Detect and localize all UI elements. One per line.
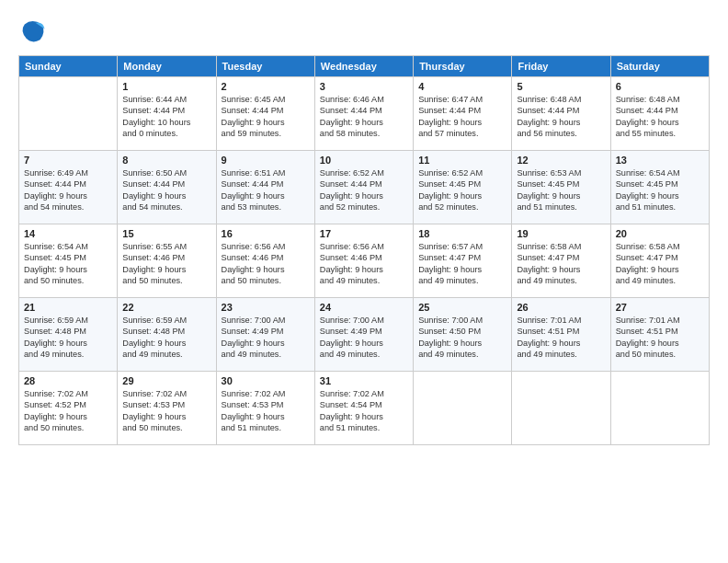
week-row-2: 14Sunrise: 6:54 AMSunset: 4:45 PMDayligh… <box>19 224 710 298</box>
day-number: 27 <box>616 302 704 313</box>
day-info: Sunrise: 6:44 AMSunset: 4:44 PMDaylight:… <box>122 94 210 140</box>
day-number: 4 <box>418 81 506 92</box>
day-number: 13 <box>616 155 704 166</box>
day-info: Sunrise: 6:45 AMSunset: 4:44 PMDaylight:… <box>222 94 310 140</box>
week-row-3: 21Sunrise: 6:59 AMSunset: 4:48 PMDayligh… <box>19 298 710 372</box>
day-number: 24 <box>320 302 408 313</box>
day-number: 14 <box>24 228 112 239</box>
calendar-cell: 9Sunrise: 6:51 AMSunset: 4:44 PMDaylight… <box>216 151 314 224</box>
day-number: 6 <box>616 81 704 92</box>
day-info: Sunrise: 6:47 AMSunset: 4:44 PMDaylight:… <box>418 94 506 140</box>
day-number: 1 <box>122 81 210 92</box>
day-number: 15 <box>122 228 210 239</box>
logo <box>18 17 51 46</box>
calendar-cell: 30Sunrise: 7:02 AMSunset: 4:53 PMDayligh… <box>216 372 314 445</box>
calendar-cell: 22Sunrise: 6:59 AMSunset: 4:48 PMDayligh… <box>118 298 216 372</box>
day-header-sunday: Sunday <box>19 56 118 77</box>
calendar-cell <box>610 372 709 445</box>
day-header-friday: Friday <box>512 56 610 77</box>
day-info: Sunrise: 6:59 AMSunset: 4:48 PMDaylight:… <box>122 315 210 361</box>
calendar-cell: 26Sunrise: 7:01 AMSunset: 4:51 PMDayligh… <box>512 298 610 372</box>
day-info: Sunrise: 7:01 AMSunset: 4:51 PMDaylight:… <box>616 315 704 361</box>
day-info: Sunrise: 7:00 AMSunset: 4:50 PMDaylight:… <box>418 315 506 361</box>
day-info: Sunrise: 7:02 AMSunset: 4:54 PMDaylight:… <box>320 388 408 434</box>
calendar-cell: 19Sunrise: 6:58 AMSunset: 4:47 PMDayligh… <box>512 224 610 298</box>
day-info: Sunrise: 6:46 AMSunset: 4:44 PMDaylight:… <box>320 94 408 140</box>
calendar-cell: 7Sunrise: 6:49 AMSunset: 4:44 PMDaylight… <box>19 151 118 224</box>
calendar-cell: 23Sunrise: 7:00 AMSunset: 4:49 PMDayligh… <box>216 298 314 372</box>
day-info: Sunrise: 6:48 AMSunset: 4:44 PMDaylight:… <box>616 94 704 140</box>
day-number: 16 <box>222 228 310 239</box>
day-info: Sunrise: 6:57 AMSunset: 4:47 PMDaylight:… <box>418 241 506 287</box>
calendar-cell: 6Sunrise: 6:48 AMSunset: 4:44 PMDaylight… <box>610 77 709 151</box>
calendar-cell <box>19 77 118 151</box>
day-info: Sunrise: 6:50 AMSunset: 4:44 PMDaylight:… <box>122 167 210 213</box>
calendar-cell: 20Sunrise: 6:58 AMSunset: 4:47 PMDayligh… <box>610 224 709 298</box>
calendar-cell: 5Sunrise: 6:48 AMSunset: 4:44 PMDaylight… <box>512 77 610 151</box>
logo-icon <box>18 17 48 46</box>
day-number: 17 <box>320 228 408 239</box>
calendar-cell: 18Sunrise: 6:57 AMSunset: 4:47 PMDayligh… <box>414 224 512 298</box>
calendar-cell: 2Sunrise: 6:45 AMSunset: 4:44 PMDaylight… <box>216 77 314 151</box>
day-number: 22 <box>122 302 210 313</box>
day-number: 25 <box>418 302 506 313</box>
calendar-cell: 31Sunrise: 7:02 AMSunset: 4:54 PMDayligh… <box>314 372 413 445</box>
day-info: Sunrise: 6:53 AMSunset: 4:45 PMDaylight:… <box>517 167 605 213</box>
day-info: Sunrise: 6:48 AMSunset: 4:44 PMDaylight:… <box>517 94 605 140</box>
day-number: 30 <box>222 375 310 386</box>
calendar-cell: 13Sunrise: 6:54 AMSunset: 4:45 PMDayligh… <box>610 151 709 224</box>
day-info: Sunrise: 7:02 AMSunset: 4:53 PMDaylight:… <box>222 388 310 434</box>
day-info: Sunrise: 6:55 AMSunset: 4:46 PMDaylight:… <box>122 241 210 287</box>
calendar-cell: 15Sunrise: 6:55 AMSunset: 4:46 PMDayligh… <box>118 224 216 298</box>
week-row-4: 28Sunrise: 7:02 AMSunset: 4:52 PMDayligh… <box>19 372 710 445</box>
header-row: SundayMondayTuesdayWednesdayThursdayFrid… <box>19 56 710 77</box>
day-number: 9 <box>222 155 310 166</box>
day-number: 19 <box>517 228 605 239</box>
day-info: Sunrise: 6:58 AMSunset: 4:47 PMDaylight:… <box>616 241 704 287</box>
day-info: Sunrise: 7:02 AMSunset: 4:53 PMDaylight:… <box>122 388 210 434</box>
calendar-cell: 10Sunrise: 6:52 AMSunset: 4:44 PMDayligh… <box>314 151 413 224</box>
day-number: 2 <box>222 81 310 92</box>
week-row-0: 1Sunrise: 6:44 AMSunset: 4:44 PMDaylight… <box>19 77 710 151</box>
calendar-cell: 24Sunrise: 7:00 AMSunset: 4:49 PMDayligh… <box>314 298 413 372</box>
day-header-tuesday: Tuesday <box>216 56 314 77</box>
calendar-cell: 14Sunrise: 6:54 AMSunset: 4:45 PMDayligh… <box>19 224 118 298</box>
page: SundayMondayTuesdayWednesdayThursdayFrid… <box>0 0 728 563</box>
day-number: 21 <box>24 302 112 313</box>
calendar-cell: 4Sunrise: 6:47 AMSunset: 4:44 PMDaylight… <box>414 77 512 151</box>
calendar-cell: 27Sunrise: 7:01 AMSunset: 4:51 PMDayligh… <box>610 298 709 372</box>
day-number: 31 <box>320 375 408 386</box>
day-number: 26 <box>517 302 605 313</box>
day-header-wednesday: Wednesday <box>314 56 413 77</box>
calendar-cell: 17Sunrise: 6:56 AMSunset: 4:46 PMDayligh… <box>314 224 413 298</box>
calendar-cell: 8Sunrise: 6:50 AMSunset: 4:44 PMDaylight… <box>118 151 216 224</box>
calendar-cell: 11Sunrise: 6:52 AMSunset: 4:45 PMDayligh… <box>414 151 512 224</box>
day-number: 8 <box>122 155 210 166</box>
calendar-cell: 12Sunrise: 6:53 AMSunset: 4:45 PMDayligh… <box>512 151 610 224</box>
day-info: Sunrise: 6:52 AMSunset: 4:44 PMDaylight:… <box>320 167 408 213</box>
day-number: 11 <box>418 155 506 166</box>
calendar-cell <box>512 372 610 445</box>
calendar-cell: 16Sunrise: 6:56 AMSunset: 4:46 PMDayligh… <box>216 224 314 298</box>
day-info: Sunrise: 6:56 AMSunset: 4:46 PMDaylight:… <box>222 241 310 287</box>
day-info: Sunrise: 6:58 AMSunset: 4:47 PMDaylight:… <box>517 241 605 287</box>
calendar-cell: 1Sunrise: 6:44 AMSunset: 4:44 PMDaylight… <box>118 77 216 151</box>
day-number: 20 <box>616 228 704 239</box>
day-header-thursday: Thursday <box>414 56 512 77</box>
day-number: 28 <box>24 375 112 386</box>
day-info: Sunrise: 6:49 AMSunset: 4:44 PMDaylight:… <box>24 167 112 213</box>
calendar-cell: 25Sunrise: 7:00 AMSunset: 4:50 PMDayligh… <box>414 298 512 372</box>
day-info: Sunrise: 6:54 AMSunset: 4:45 PMDaylight:… <box>616 167 704 213</box>
day-info: Sunrise: 6:52 AMSunset: 4:45 PMDaylight:… <box>418 167 506 213</box>
day-number: 7 <box>24 155 112 166</box>
day-number: 18 <box>418 228 506 239</box>
day-info: Sunrise: 6:59 AMSunset: 4:48 PMDaylight:… <box>24 315 112 361</box>
day-info: Sunrise: 6:54 AMSunset: 4:45 PMDaylight:… <box>24 241 112 287</box>
calendar-table: SundayMondayTuesdayWednesdayThursdayFrid… <box>18 55 710 445</box>
day-number: 29 <box>122 375 210 386</box>
day-info: Sunrise: 7:02 AMSunset: 4:52 PMDaylight:… <box>24 388 112 434</box>
day-info: Sunrise: 7:00 AMSunset: 4:49 PMDaylight:… <box>320 315 408 361</box>
calendar-cell: 3Sunrise: 6:46 AMSunset: 4:44 PMDaylight… <box>314 77 413 151</box>
day-number: 3 <box>320 81 408 92</box>
day-info: Sunrise: 7:00 AMSunset: 4:49 PMDaylight:… <box>222 315 310 361</box>
